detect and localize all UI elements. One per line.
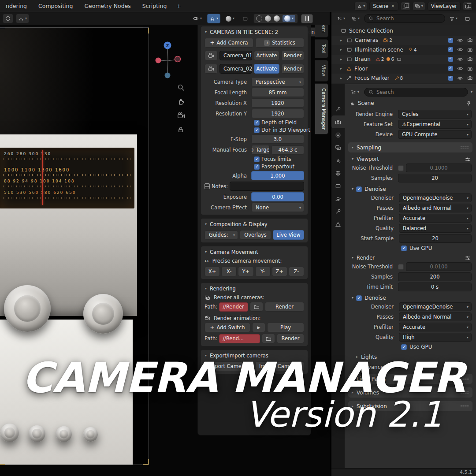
hide-eye-icon[interactable] xyxy=(457,75,463,81)
selectable-checkbox[interactable] xyxy=(448,38,453,43)
render-camera-button[interactable]: Render xyxy=(281,51,304,60)
play-icon-button[interactable]: ▶ xyxy=(252,323,265,332)
new-scene-button[interactable] xyxy=(401,2,410,11)
sliders-icon[interactable] xyxy=(465,255,471,261)
outliner-row-braun[interactable]: ▸ Braun 2 6 xyxy=(331,55,476,64)
feature-set-dropdown[interactable]: ⚠Experimental xyxy=(398,120,472,129)
browse-folder-button[interactable] xyxy=(262,334,275,343)
add-workspace-button[interactable]: + xyxy=(172,0,185,12)
hide-eye-icon[interactable] xyxy=(457,47,463,52)
chevron-right-icon[interactable]: ▸ xyxy=(340,67,345,71)
display-mode-dropdown[interactable]: ▾ xyxy=(350,14,362,23)
wireframe-shading-toggle[interactable] xyxy=(256,15,262,22)
focal-length-field[interactable]: 85 mm xyxy=(251,88,304,97)
proportional-editing-dropdown[interactable]: ▾ xyxy=(223,14,237,23)
camera-effect-dropdown[interactable]: None xyxy=(251,203,304,212)
samples-field[interactable]: 200 xyxy=(398,272,472,281)
scene-selector[interactable]: Scene × xyxy=(369,2,398,11)
editor-type-button[interactable]: ▾ xyxy=(348,87,361,97)
tab-view[interactable]: View xyxy=(315,60,328,81)
camera-name-field[interactable]: Camera_01 xyxy=(219,51,252,60)
focus-distance-field[interactable]: 464.3 c xyxy=(271,145,304,155)
play-button[interactable]: Play xyxy=(267,323,304,332)
passes-dropdown[interactable]: Albedo and Normal xyxy=(399,204,472,212)
pin-icon[interactable] xyxy=(466,100,472,106)
material-preview-toggle[interactable] xyxy=(274,15,280,22)
move-x-minus-button[interactable]: X- xyxy=(221,267,237,276)
tab-tool[interactable]: Tool xyxy=(315,39,328,58)
cameras-section-header[interactable]: ▾ CAMERAS IN THE SCENE: 2 xyxy=(201,26,308,37)
hide-eye-icon[interactable] xyxy=(457,66,463,71)
workspace-tab-geometry-nodes[interactable]: Geometry Nodes xyxy=(78,0,136,12)
tool-properties-tab[interactable] xyxy=(331,103,345,115)
camera-icon-button[interactable] xyxy=(205,64,218,74)
tab-camera-manager[interactable]: Camera Manager xyxy=(315,83,328,135)
hide-eye-icon[interactable] xyxy=(457,37,463,43)
browse-folder-button[interactable] xyxy=(250,302,263,312)
activate-camera-button[interactable]: Activate xyxy=(254,51,279,60)
gizmo-x-neg-axis-ball[interactable] xyxy=(175,56,181,62)
move-z-plus-button[interactable]: Z+ xyxy=(272,267,287,276)
annotation-tool-button[interactable]: ▾ xyxy=(16,14,29,23)
overlays-button[interactable]: Overlays xyxy=(240,230,271,240)
prefilter-dropdown[interactable]: Accurate xyxy=(399,323,472,331)
noise-threshold-checkbox[interactable] xyxy=(398,165,404,171)
sliders-icon[interactable] xyxy=(465,156,471,162)
move-y-minus-button[interactable]: Y- xyxy=(255,267,271,276)
selectable-checkbox[interactable] xyxy=(448,76,453,81)
animation-path-field[interactable]: //Rend... xyxy=(219,334,260,343)
outliner-row-illumination[interactable]: ▸ Illumination scene 4 xyxy=(331,45,476,55)
focus-limits-checkbox[interactable] xyxy=(254,156,260,162)
outliner-search-input[interactable] xyxy=(376,15,441,22)
samples-field[interactable]: 20 xyxy=(398,174,472,182)
navigation-gizmo[interactable]: Z xyxy=(150,41,186,81)
workspace-tab-compositing[interactable]: Compositing xyxy=(33,0,78,12)
view-layer-selector[interactable]: ViewLayer xyxy=(428,2,461,11)
visibility-dropdown[interactable]: ▾ xyxy=(190,14,204,23)
editor-type-button[interactable]: ▾ xyxy=(335,14,347,23)
active-tool-button[interactable] xyxy=(3,14,13,23)
rendered-shading-toggle[interactable]: ▾ xyxy=(283,15,295,22)
scene-properties-tab[interactable] xyxy=(331,154,345,167)
properties-search[interactable] xyxy=(364,88,468,97)
focus-target-button[interactable]: ⊕ Target xyxy=(251,145,270,155)
gizmos-toggle[interactable] xyxy=(240,14,250,23)
properties-search-input[interactable] xyxy=(376,89,464,95)
sampling-section-header[interactable]: ▾ Sampling xyxy=(348,142,472,152)
filter-dropdown[interactable]: ▾ xyxy=(447,14,460,23)
fstop-field[interactable]: 3.0 xyxy=(251,134,304,144)
render-visibility-icon[interactable] xyxy=(467,37,473,43)
movement-section-header[interactable]: ▾ Camera Movement xyxy=(201,246,308,257)
noise-threshold-field[interactable]: 0.1000 xyxy=(406,164,472,172)
gizmo-x-axis-ball[interactable] xyxy=(156,58,161,63)
hide-eye-icon[interactable] xyxy=(457,56,463,62)
notes-input[interactable] xyxy=(230,182,304,191)
snapping-toggle[interactable]: ▾ xyxy=(207,14,220,23)
render-engine-dropdown[interactable]: Cycles xyxy=(398,110,472,119)
outliner-search[interactable] xyxy=(364,14,445,23)
start-sample-field[interactable]: 20 xyxy=(399,234,472,243)
add-switch-button[interactable]: + Add Switch xyxy=(205,323,250,332)
live-view-button[interactable]: Live View xyxy=(273,230,304,240)
workspace-tab-rendering[interactable]: ndering xyxy=(0,0,33,12)
quality-dropdown[interactable]: High xyxy=(399,333,472,342)
denoiser-dropdown[interactable]: OpenImageDenoise xyxy=(399,302,472,311)
camera-view-icon[interactable] xyxy=(177,112,185,119)
workspace-tab-scripting[interactable]: Scripting xyxy=(137,0,173,12)
move-x-plus-button[interactable]: X+ xyxy=(205,267,220,276)
new-collection-button[interactable] xyxy=(462,14,472,23)
noise-threshold-field[interactable]: 0.0100 xyxy=(406,262,472,271)
guides-dropdown[interactable]: Guides: xyxy=(205,231,238,240)
depth-of-field-checkbox[interactable] xyxy=(254,120,260,126)
outliner-row-floor[interactable]: ▸ Floor xyxy=(331,64,476,74)
chevron-right-icon[interactable]: ▸ xyxy=(340,57,345,61)
resolution-x-field[interactable]: 1920 xyxy=(251,98,304,108)
resolution-y-field[interactable]: 1920 xyxy=(251,109,304,118)
chevron-right-icon[interactable]: ▸ xyxy=(340,76,345,80)
viewport-render-pause-button[interactable] xyxy=(301,14,313,23)
alpha-slider[interactable]: 1.000 xyxy=(251,171,304,180)
pan-hand-icon[interactable] xyxy=(177,98,185,105)
outliner-row-focus-marker[interactable]: ▸ Focus Marker 8 xyxy=(331,74,476,83)
data-properties-tab[interactable] xyxy=(331,218,345,231)
render-visibility-icon[interactable] xyxy=(467,47,473,52)
